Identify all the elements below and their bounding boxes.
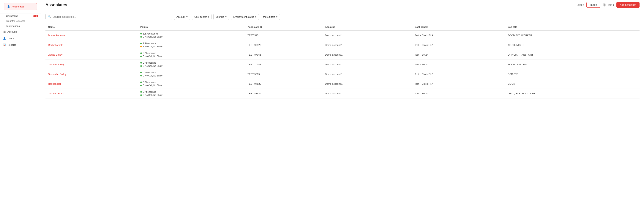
sidebar-section-label: Users — [8, 37, 14, 40]
dot-orange-icon — [140, 46, 142, 47]
sidebar-sub-item[interactable]: Counseling10 — [0, 14, 41, 19]
job-title-cell: COOK, NIGHT — [505, 40, 640, 50]
dot-green-icon — [140, 36, 142, 38]
associates-table-container: NamePointsAssociate IDAccountCost center… — [46, 24, 640, 98]
cost-center-cell: Test – South — [412, 50, 505, 60]
point-row: 0 Attendance — [140, 62, 242, 64]
filter-cost-center-button[interactable]: Cost center▾ — [192, 14, 212, 20]
dot-green-icon — [140, 43, 142, 44]
account-cell: Demo account 1 — [322, 79, 412, 89]
job-title-cell: FOOD SVC WORKER — [505, 30, 640, 40]
associate-name-link[interactable]: Jasmine Bailey — [48, 63, 64, 66]
point-row: 0 No Call, No Show — [140, 36, 242, 38]
export-button[interactable]: Export — [576, 3, 584, 6]
filter-label: Employment status — [233, 16, 254, 18]
table-row: Samantha Bailey0 Attendance0 No Call, No… — [46, 69, 640, 79]
point-text: 0 No Call, No Show — [143, 84, 162, 87]
point-text: 0 Attendance — [143, 71, 156, 74]
filter-account-button[interactable]: Account▾ — [174, 14, 190, 20]
associate-name-link[interactable]: Samantha Bailey — [48, 73, 66, 76]
sidebar-item-users[interactable]: 👤Users — [0, 35, 41, 42]
dot-green-icon — [140, 85, 142, 86]
badge: 10 — [33, 15, 38, 17]
chevron-down-icon: ▾ — [186, 16, 188, 18]
associate-name-link[interactable]: Donna Anderson — [48, 34, 66, 37]
point-text: 0 Attendance — [143, 52, 156, 55]
sidebar-sub-item[interactable]: Transfer requests — [0, 19, 41, 24]
cost-center-cell: Test – Chick Fil A — [412, 30, 505, 40]
cost-center-cell: Test – Chick Fil A — [412, 69, 505, 79]
associate-id-cell: TEST-5151 — [245, 30, 322, 40]
associate-id-cell: TEST-99529 — [245, 40, 322, 50]
associate-name-cell: James Bailey — [46, 50, 138, 60]
cost-center-cell: Test – South — [412, 89, 505, 98]
table-body: Donna Anderson1.5 Attendance0 No Call, N… — [46, 30, 640, 98]
account-cell: Demo account 1 — [322, 40, 412, 50]
sidebar-sub-label: Transfer requests — [6, 20, 25, 22]
chevron-down-icon: ▾ — [208, 16, 209, 18]
point-row: 0 No Call, No Show — [140, 55, 242, 58]
col-header-account: Account — [322, 24, 412, 30]
help-chevron-icon: ▾ — [613, 3, 614, 6]
filter-job-title-button[interactable]: Job title▾ — [213, 14, 229, 20]
filter-bar: 🔍 Account▾Cost center▾Job title▾Employme… — [46, 14, 640, 20]
associate-name-link[interactable]: Jasmine Black — [48, 92, 64, 95]
job-title-cell: BARISTA — [505, 69, 640, 79]
dot-green-icon — [140, 82, 142, 83]
sidebar: 👤 Associates Counseling10Transfer reques… — [0, 0, 41, 207]
account-cell: Demo account 1 — [322, 30, 412, 40]
point-row: 0 No Call, No Show — [140, 84, 242, 87]
associate-name-link[interactable]: James Bailey — [48, 53, 62, 56]
chevron-down-icon: ▾ — [225, 16, 226, 18]
help-button[interactable]: ? Help ▾ — [603, 3, 614, 7]
point-row: 0 Attendance — [140, 52, 242, 55]
point-text: 0 No Call, No Show — [143, 55, 162, 58]
point-row: 0 No Call, No Show — [140, 74, 242, 77]
filter-employment-status-button[interactable]: Employment status▾ — [231, 14, 259, 20]
sidebar-section-label: Reports — [8, 44, 16, 46]
point-text: 0 No Call, No Show — [143, 65, 162, 67]
search-input[interactable] — [52, 15, 170, 18]
filter-label: Job title — [216, 16, 224, 18]
points-cell: 0 Attendance0 No Call, No Show — [138, 50, 245, 60]
job-title-cell: LEAD, FAST FOOD SHIFT — [505, 89, 640, 98]
sidebar-sub-label: Counseling — [6, 15, 18, 17]
dot-green-icon — [140, 62, 142, 64]
dot-green-icon — [140, 72, 142, 73]
filter-label: Cost center — [194, 16, 207, 18]
point-text: 0 No Call, No Show — [143, 74, 162, 77]
sidebar-sub-item[interactable]: Terminations — [0, 24, 41, 29]
accounts-icon: 🏛 — [3, 30, 6, 33]
dot-green-icon — [140, 75, 142, 76]
help-label: Help — [607, 3, 612, 6]
import-button[interactable]: Import — [586, 2, 600, 8]
point-text: 1 Attendance — [143, 42, 156, 45]
dot-green-icon — [140, 94, 142, 96]
job-title-cell: DRIVER, TRANSPORT — [505, 50, 640, 60]
point-row: 1 Attendance — [140, 42, 242, 45]
dot-green-icon — [140, 52, 142, 54]
filter-more-filters-button[interactable]: More filters▾ — [261, 14, 280, 20]
add-associate-button[interactable]: Add associate — [616, 2, 640, 8]
sidebar-item-accounts[interactable]: 🏛Accounts — [0, 29, 41, 35]
point-text: 0 No Call, No Show — [143, 94, 162, 96]
point-row: 0 Attendance — [140, 71, 242, 74]
associate-name-cell: Rachel Arnold — [46, 40, 138, 50]
associate-id-cell: TEST-5205 — [245, 69, 322, 79]
table-row: Donna Anderson1.5 Attendance0 No Call, N… — [46, 30, 640, 40]
sidebar-item-associates[interactable]: 👤 Associates — [4, 3, 37, 10]
col-header-job-title: Job title — [505, 24, 640, 30]
associate-name-link[interactable]: Rachel Arnold — [48, 44, 63, 47]
points-cell: 0 Attendance0 No Call, No Show — [138, 79, 245, 89]
point-row: 1 No Call, No Show — [140, 45, 242, 48]
associate-name-link[interactable]: Hannah Bell — [48, 82, 61, 85]
point-row: 0 No Call, No Show — [140, 65, 242, 67]
sidebar-item-reports[interactable]: 📊Reports — [0, 42, 41, 48]
filter-label: More filters — [263, 16, 275, 18]
filter-buttons: Account▾Cost center▾Job title▾Employment… — [174, 14, 280, 20]
associate-id-cell: TEST-43446 — [245, 89, 322, 98]
table-row: Rachel Arnold1 Attendance1 No Call, No S… — [46, 40, 640, 50]
point-text: 0 Attendance — [143, 81, 156, 84]
point-row: 0 Attendance — [140, 81, 242, 84]
sidebar-header: 👤 Associates — [0, 0, 41, 14]
